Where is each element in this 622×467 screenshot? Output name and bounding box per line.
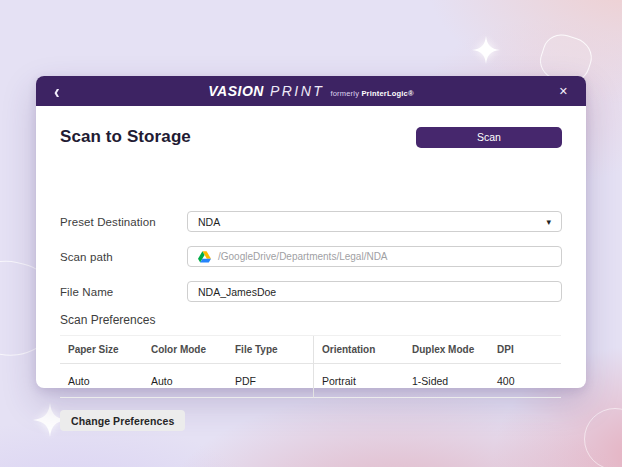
col-header-file-type: File Type — [227, 336, 313, 364]
change-preferences-button[interactable]: Change Preferences — [60, 410, 185, 431]
file-name-input[interactable] — [187, 281, 562, 302]
scan-path-row: Scan path /GoogleDrive/Departments/Legal… — [60, 246, 562, 267]
col-header-paper-size: Paper Size — [60, 336, 143, 364]
col-header-orientation: Orientation — [313, 336, 404, 364]
preset-destination-select[interactable]: NDA ▾ — [187, 211, 562, 232]
sparkle-star-top-right — [472, 36, 500, 64]
scan-button[interactable]: Scan — [416, 127, 562, 148]
scan-path-value: /GoogleDrive/Departments/Legal/NDA — [218, 251, 388, 262]
logo-print-text: PRINT — [270, 83, 325, 99]
chevron-down-icon: ▾ — [546, 217, 551, 227]
page-title: Scan to Storage — [60, 127, 191, 147]
scan-path-label: Scan path — [60, 251, 113, 263]
scan-to-storage-dialog: ‹ VASION PRINT formerly PrinterLogic® ✕ … — [36, 76, 586, 388]
dialog-body: Scan to Storage Scan Preset Destination … — [36, 126, 586, 148]
col-header-duplex-mode: Duplex Mode — [404, 336, 489, 364]
scan-preferences-heading: Scan Preferences — [60, 313, 155, 327]
logo-formerly-text: formerly PrinterLogic® — [330, 89, 413, 98]
preset-destination-label: Preset Destination — [60, 216, 156, 228]
google-drive-icon — [198, 251, 211, 263]
cell-dpi: 400 — [489, 364, 561, 398]
cell-color-mode: Auto — [143, 364, 227, 398]
page-header-row: Scan to Storage Scan — [60, 126, 562, 148]
dialog-titlebar: ‹ VASION PRINT formerly PrinterLogic® ✕ — [36, 76, 586, 106]
close-icon[interactable]: ✕ — [552, 86, 568, 97]
cell-paper-size: Auto — [60, 364, 143, 398]
logo-vasion-text: VASION — [208, 83, 264, 99]
scan-preferences-table: Paper Size Color Mode File Type Orientat… — [60, 335, 561, 398]
col-header-dpi: DPI — [489, 336, 561, 364]
col-header-color-mode: Color Mode — [143, 336, 227, 364]
cell-orientation: Portrait — [313, 364, 404, 398]
file-name-label: File Name — [60, 286, 113, 298]
cell-file-type: PDF — [227, 364, 313, 398]
preset-destination-row: Preset Destination NDA ▾ — [60, 211, 562, 232]
file-name-row: File Name — [60, 281, 562, 302]
preset-destination-value: NDA — [198, 216, 220, 228]
cell-duplex-mode: 1-Sided — [404, 364, 489, 398]
scan-path-field[interactable]: /GoogleDrive/Departments/Legal/NDA — [187, 246, 562, 267]
back-button[interactable]: ‹ — [54, 81, 70, 101]
arc-outline-bottom-right-decoration — [584, 408, 622, 467]
vasion-print-logo: VASION PRINT formerly PrinterLogic® — [208, 83, 413, 99]
